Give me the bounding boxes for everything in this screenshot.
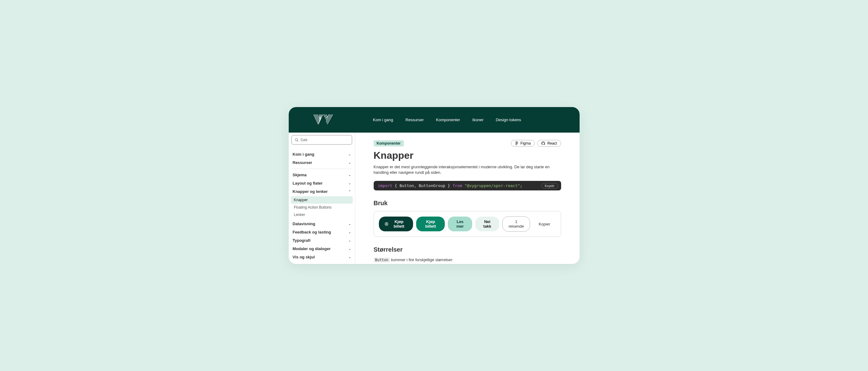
sidebar-label: Navigasjon: [293, 263, 314, 264]
sidebar-label: Knapper og lenker: [293, 189, 328, 194]
sidebar-label: Ressurser: [293, 160, 312, 165]
sidebar-label: Vis og skjul: [293, 255, 315, 259]
sidebar-label: Feedback og lasting: [293, 230, 331, 234]
chevron-down-icon: ⌄: [348, 247, 351, 250]
sizes-description: Button kommer i fire forskjellige større…: [374, 258, 561, 262]
sidebar-group-datavisning[interactable]: Datavisning ⌄: [291, 220, 353, 228]
sidebar: Kom i gang ⌄ Ressurser ⌄ Skjema ⌄ Layout…: [289, 133, 355, 264]
secondary-button[interactable]: Les mer: [448, 216, 472, 231]
chevron-up-icon: ⌃: [348, 190, 351, 193]
svg-point-4: [386, 223, 387, 224]
svg-line-1: [297, 140, 298, 141]
tertiary-button[interactable]: Nei takk: [475, 216, 499, 231]
chevron-down-icon: ⌄: [348, 230, 351, 234]
sidebar-group-ressurser[interactable]: Ressurser ⌄: [291, 159, 353, 167]
ghost-button[interactable]: Kopier: [533, 219, 556, 229]
chevron-down-icon: ⌄: [348, 255, 351, 259]
page-title: Knapper: [374, 150, 561, 161]
code-keyword-from: from: [453, 183, 462, 188]
main-top-row: Komponenter Figma: [374, 140, 561, 147]
button-label: Kjøp billett: [390, 220, 407, 229]
section-sizes-heading: Størrelser: [374, 246, 561, 253]
nav-ressurser[interactable]: Ressurser: [405, 117, 424, 122]
copy-code-button[interactable]: Kopiér: [541, 183, 558, 189]
usage-demo-box: Kjøp billett Kjøp billett Les mer Nei ta…: [374, 211, 561, 237]
vy-logo-icon: [313, 114, 333, 125]
search-icon: [295, 138, 299, 142]
chevron-down-icon: ⌄: [348, 181, 351, 185]
nav-komponenter[interactable]: Komponenter: [436, 117, 460, 122]
page-description: Knapper er det mest grunnleggende intera…: [374, 164, 561, 175]
code-string-package: "@vygruppen/spor-react": [464, 183, 520, 188]
category-badge: Komponenter: [374, 140, 404, 146]
sidebar-group-typografi[interactable]: Typografi ⌄: [291, 236, 353, 244]
sidebar-group-feedback[interactable]: Feedback og lasting ⌄: [291, 228, 353, 236]
import-code-block: import { Button, ButtonGroup } from "@vy…: [374, 181, 561, 191]
primary-icon-button[interactable]: Kjøp billett: [379, 216, 413, 231]
sidebar-group-kom-i-gang[interactable]: Kom i gang ⌄: [291, 150, 353, 159]
chevron-down-icon: ⌄: [348, 153, 351, 156]
ticket-icon: [384, 222, 389, 227]
github-icon: [541, 141, 546, 145]
content: Kom i gang ⌄ Ressurser ⌄ Skjema ⌄ Layout…: [289, 133, 580, 264]
primary-button[interactable]: Kjøp billett: [416, 216, 445, 231]
nav-kom-i-gang[interactable]: Kom i gang: [373, 117, 393, 122]
logo[interactable]: [313, 114, 333, 126]
sidebar-label: Skjema: [293, 173, 307, 177]
react-label: React: [547, 141, 557, 145]
sidebar-label: Typografi: [293, 238, 311, 243]
main-content: Komponenter Figma: [355, 133, 580, 264]
svg-point-2: [517, 143, 518, 144]
section-usage-heading: Bruk: [374, 200, 561, 207]
nav-design-tokens[interactable]: Design tokens: [496, 117, 521, 122]
sidebar-group-vis-skjul[interactable]: Vis og skjul ⌄: [291, 253, 353, 261]
search-input-wrapper[interactable]: [291, 135, 352, 144]
svg-point-0: [295, 138, 297, 141]
nav-ikoner[interactable]: Ikoner: [472, 117, 484, 122]
sidebar-label: Kom i gang: [293, 152, 315, 157]
header: Kom i gang Ressurser Komponenter Ikoner …: [289, 107, 580, 133]
sidebar-group-knapper-lenker[interactable]: Knapper og lenker ⌃: [291, 187, 353, 196]
sidebar-group-skjema[interactable]: Skjema ⌄: [291, 171, 353, 179]
chevron-down-icon: ⌄: [348, 239, 351, 242]
sidebar-divider: [291, 169, 353, 169]
figma-icon: [515, 141, 519, 145]
inline-code-button: Button: [374, 258, 390, 262]
sidebar-label: Datavisning: [293, 222, 315, 226]
external-links: Figma React: [511, 140, 561, 147]
sidebar-item-fab[interactable]: Floating Action Buttons: [291, 204, 353, 211]
chevron-down-icon: ⌄: [348, 222, 351, 226]
sidebar-group-layout[interactable]: Layout og flater ⌄: [291, 179, 353, 187]
figma-link[interactable]: Figma: [511, 140, 535, 147]
sidebar-label: Modaler og dialoger: [293, 246, 331, 251]
figma-label: Figma: [521, 141, 531, 145]
app-window: Kom i gang Ressurser Komponenter Ikoner …: [289, 107, 580, 264]
sidebar-subitems: Knapper Floating Action Buttons Lenker: [291, 196, 353, 218]
sidebar-item-lenker[interactable]: Lenker: [291, 211, 353, 218]
search-input[interactable]: [301, 137, 348, 142]
main-nav: Kom i gang Ressurser Komponenter Ikoner …: [373, 117, 521, 122]
sidebar-item-knapper[interactable]: Knapper: [291, 196, 353, 204]
sidebar-group-modaler[interactable]: Modaler og dialoger ⌄: [291, 244, 353, 253]
outline-button[interactable]: 1 reisende: [502, 216, 530, 232]
chevron-down-icon: ⌄: [348, 173, 351, 177]
sidebar-label: Layout og flater: [293, 181, 323, 186]
chevron-down-icon: ⌄: [348, 161, 351, 164]
code-keyword-import: import: [378, 183, 393, 188]
sidebar-group-navigasjon[interactable]: Navigasjon ⌄: [291, 261, 353, 264]
react-link[interactable]: React: [537, 140, 561, 147]
chevron-down-icon: ⌄: [348, 264, 351, 264]
